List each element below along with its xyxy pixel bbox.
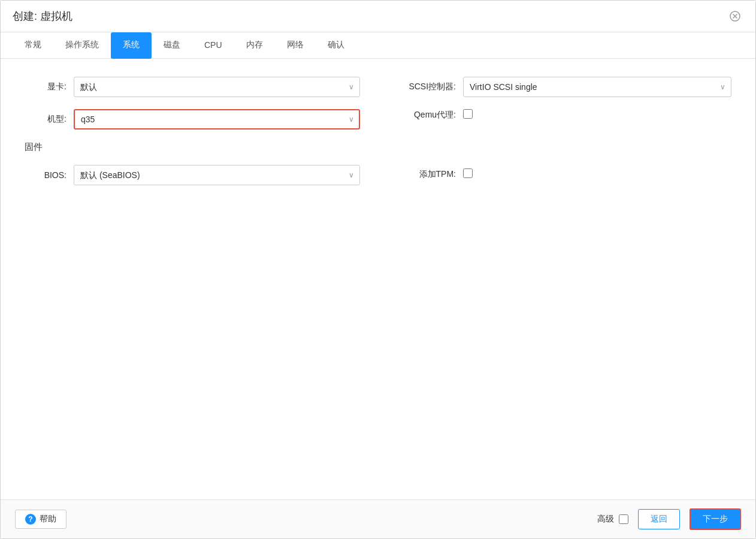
scsi-label: SCSI控制器: bbox=[396, 82, 456, 92]
bios-control: 默认 (SeaBIOS) OVMF (UEFI) ∨ bbox=[74, 165, 360, 185]
bios-select-wrapper: 默认 (SeaBIOS) OVMF (UEFI) ∨ bbox=[74, 165, 360, 185]
machine-type-select-wrapper: q35 i440fx ∨ bbox=[74, 109, 360, 130]
qemu-agent-control bbox=[463, 109, 731, 121]
footer-right: 高级 返回 下一步 bbox=[597, 508, 741, 530]
bios-label: BIOS: bbox=[25, 170, 66, 180]
scsi-control: VirtIO SCSI single VirtIO SCSI LSI 53C89… bbox=[463, 77, 731, 97]
display-card-select-wrapper: 默认 VirtIO-GPU VMware兼容 ∨ bbox=[74, 77, 360, 97]
dialog-title: 创建: 虚拟机 bbox=[13, 9, 72, 23]
display-card-row: 显卡: 默认 VirtIO-GPU VMware兼容 ∨ bbox=[25, 77, 360, 97]
tab-os[interactable]: 操作系统 bbox=[53, 32, 111, 59]
form-section: 显卡: 默认 VirtIO-GPU VMware兼容 ∨ bbox=[25, 77, 731, 197]
close-button[interactable] bbox=[727, 8, 743, 25]
bios-row: BIOS: 默认 (SeaBIOS) OVMF (UEFI) ∨ bbox=[25, 165, 360, 185]
footer-left: ? 帮助 bbox=[15, 510, 66, 529]
advanced-checkbox[interactable] bbox=[619, 514, 628, 524]
help-button[interactable]: ? 帮助 bbox=[15, 510, 66, 529]
close-icon bbox=[730, 11, 740, 22]
scsi-row: SCSI控制器: VirtIO SCSI single VirtIO SCSI … bbox=[396, 77, 731, 97]
add-tpm-row: 添加TPM: bbox=[396, 168, 731, 180]
help-icon: ? bbox=[25, 514, 36, 525]
tab-confirm[interactable]: 确认 bbox=[316, 32, 356, 59]
machine-type-select[interactable]: q35 i440fx bbox=[74, 109, 360, 130]
display-card-select[interactable]: 默认 VirtIO-GPU VMware兼容 bbox=[74, 77, 360, 97]
tab-cpu[interactable]: CPU bbox=[192, 33, 234, 58]
help-label: 帮助 bbox=[40, 514, 56, 525]
tab-network[interactable]: 网络 bbox=[275, 32, 316, 59]
scsi-select[interactable]: VirtIO SCSI single VirtIO SCSI LSI 53C89… bbox=[463, 77, 731, 97]
tabs-bar: 常规 操作系统 系统 磁盘 CPU 内存 网络 确认 bbox=[1, 32, 755, 59]
display-card-label: 显卡: bbox=[25, 82, 66, 92]
scsi-select-wrapper: VirtIO SCSI single VirtIO SCSI LSI 53C89… bbox=[463, 77, 731, 97]
qemu-agent-row: Qemu代理: bbox=[396, 109, 731, 121]
tab-system[interactable]: 系统 bbox=[111, 32, 152, 59]
machine-type-control: q35 i440fx ∨ bbox=[74, 109, 360, 130]
add-tpm-control bbox=[463, 168, 731, 180]
return-button[interactable]: 返回 bbox=[638, 509, 680, 529]
tab-memory[interactable]: 内存 bbox=[234, 32, 275, 59]
machine-type-row: 机型: q35 i440fx ∨ bbox=[25, 109, 360, 130]
add-tpm-checkbox[interactable] bbox=[463, 168, 473, 178]
next-button[interactable]: 下一步 bbox=[690, 508, 741, 530]
qemu-agent-label: Qemu代理: bbox=[396, 110, 456, 121]
advanced-wrapper: 高级 bbox=[597, 514, 628, 525]
tab-disk[interactable]: 磁盘 bbox=[152, 32, 192, 59]
create-vm-dialog: 创建: 虚拟机 常规 操作系统 系统 磁盘 CPU 内存 网络 确认 显卡: bbox=[0, 0, 756, 539]
bios-select[interactable]: 默认 (SeaBIOS) OVMF (UEFI) bbox=[74, 165, 360, 185]
dialog-footer: ? 帮助 高级 返回 下一步 bbox=[1, 499, 755, 538]
machine-type-label: 机型: bbox=[25, 114, 66, 125]
add-tpm-label: 添加TPM: bbox=[396, 169, 456, 180]
right-column: SCSI控制器: VirtIO SCSI single VirtIO SCSI … bbox=[396, 77, 731, 197]
left-column: 显卡: 默认 VirtIO-GPU VMware兼容 ∨ bbox=[25, 77, 360, 197]
advanced-label: 高级 bbox=[597, 514, 614, 525]
dialog-body: 显卡: 默认 VirtIO-GPU VMware兼容 ∨ bbox=[1, 59, 755, 499]
title-bar: 创建: 虚拟机 bbox=[1, 1, 755, 32]
tab-general[interactable]: 常规 bbox=[13, 32, 53, 59]
firmware-section-title: 固件 bbox=[25, 141, 360, 153]
qemu-agent-checkbox[interactable] bbox=[463, 109, 473, 119]
display-card-control: 默认 VirtIO-GPU VMware兼容 ∨ bbox=[74, 77, 360, 97]
